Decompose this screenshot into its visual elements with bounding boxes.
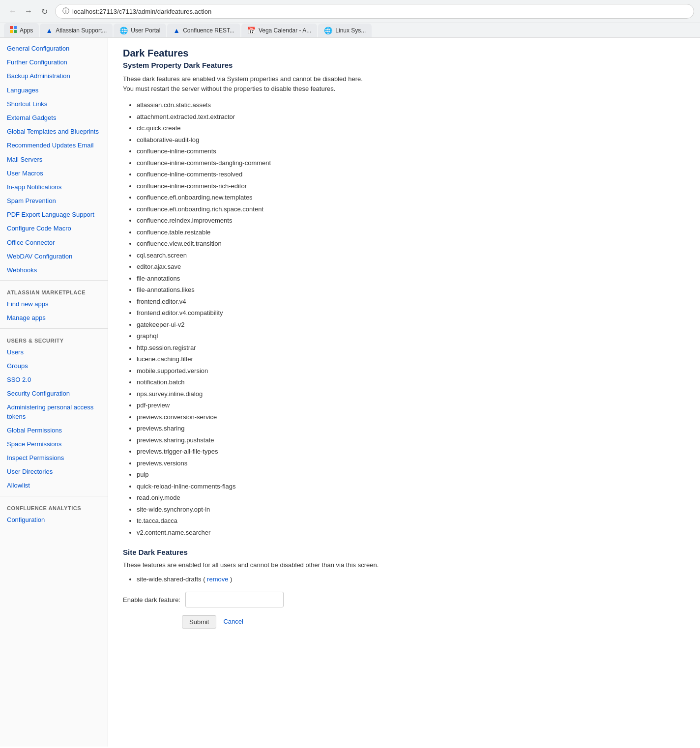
list-item: confluence.efi.onboarding.rich.space.con… — [137, 203, 685, 215]
browser-chrome: ← → ↻ ⓘ localhost:27113/c7113/admin/dark… — [0, 0, 700, 23]
list-item: confluence-inline-comments — [137, 145, 685, 157]
list-item: http.session.registrar — [137, 342, 685, 354]
sidebar-item-backup-administration[interactable]: Backup Administration — [0, 69, 108, 83]
page-title: Dark Features — [123, 48, 685, 59]
sidebar-item-manage-apps[interactable]: Manage apps — [0, 311, 108, 325]
security-icon: ⓘ — [62, 7, 69, 16]
list-item: confluence.efi.onboarding.new.templates — [137, 192, 685, 203]
tab-apps[interactable]: Apps — [4, 23, 39, 37]
calendar-icon: 📅 — [247, 27, 256, 34]
sidebar-item-global-permissions[interactable]: Global Permissions — [0, 424, 108, 437]
sidebar-divider-2 — [0, 328, 108, 329]
sidebar-item-groups[interactable]: Groups — [0, 359, 108, 373]
list-item: pdf-preview — [137, 400, 685, 411]
list-item: frontend.editor.v4.compatibility — [137, 307, 685, 319]
list-item: tc.tacca.dacca — [137, 515, 685, 527]
tab-linux[interactable]: 🌐 Linux Sys... — [318, 24, 372, 37]
sidebar-item-inapp-notifications[interactable]: In-app Notifications — [0, 180, 108, 194]
sidebar-item-configure-code-macro[interactable]: Configure Code Macro — [0, 222, 108, 235]
reload-button[interactable]: ↻ — [37, 4, 51, 18]
list-item: confluence-inline-comments-resolved — [137, 169, 685, 180]
sidebar-item-user-macros[interactable]: User Macros — [0, 167, 108, 180]
sidebar-item-personal-access-tokens[interactable]: Administering personal access tokens — [0, 401, 108, 423]
sidebar-item-shortcut-links[interactable]: Shortcut Links — [0, 97, 108, 111]
list-item: quick-reload-inline-comments-flags — [137, 481, 685, 492]
sidebar-item-recommended-updates[interactable]: Recommended Updates Email — [0, 139, 108, 152]
system-description: These dark features are enabled via Syst… — [123, 74, 685, 93]
tab-confluence-rest[interactable]: ▲ Confluence REST... — [167, 24, 240, 37]
list-item: confluence.table.resizable — [137, 227, 685, 238]
sidebar-item-further-configuration[interactable]: Further Configuration — [0, 56, 108, 69]
list-item: frontend.editor.v4 — [137, 296, 685, 308]
list-item: file-annotations.likes — [137, 284, 685, 296]
sidebar-item-analytics-configuration[interactable]: Configuration — [0, 513, 108, 527]
list-item: previews.sharing.pushstate — [137, 434, 685, 446]
list-item: confluence-inline-comments-rich-editor — [137, 180, 685, 192]
sidebar-item-users[interactable]: Users — [0, 345, 108, 359]
remove-link[interactable]: remove — [207, 575, 228, 583]
tab-confluence-rest-label: Confluence REST... — [183, 27, 234, 34]
linux-icon: 🌐 — [324, 27, 332, 34]
tab-vega-label: Vega Calendar - A... — [259, 27, 311, 34]
sidebar-item-languages[interactable]: Languages — [0, 84, 108, 97]
confluence-analytics-section-title: CONFLUENCE ANALYTICS — [0, 499, 108, 513]
atlassian-icon: ▲ — [46, 27, 53, 34]
list-item: clc.quick.create — [137, 122, 685, 134]
forward-button[interactable]: → — [22, 4, 35, 18]
enable-dark-feature-form: Enable dark feature: — [123, 592, 685, 607]
list-item: editor.ajax.save — [137, 261, 685, 273]
back-button[interactable]: ← — [6, 4, 20, 18]
list-item: read.only.mode — [137, 492, 685, 504]
cancel-button[interactable]: Cancel — [221, 615, 245, 629]
enable-dark-feature-input[interactable] — [185, 592, 284, 607]
apps-tab-icon — [10, 26, 17, 34]
sidebar-divider-1 — [0, 280, 108, 281]
list-item: file-annotations — [137, 273, 685, 285]
list-item: previews.versions — [137, 458, 685, 469]
system-desc-line1: These dark features are enabled via Syst… — [123, 75, 363, 83]
form-actions: Submit Cancel — [182, 615, 685, 629]
sidebar-item-allowlist[interactable]: Allowlist — [0, 479, 108, 492]
list-item: mobile.supported.version — [137, 365, 685, 377]
sidebar-item-general-configuration[interactable]: General Configuration — [0, 42, 108, 56]
sidebar-item-webhooks[interactable]: Webhooks — [0, 263, 108, 277]
sidebar-item-office-connector[interactable]: Office Connector — [0, 236, 108, 250]
content-area: Dark Features System Property Dark Featu… — [108, 38, 700, 747]
sidebar-item-sso[interactable]: SSO 2.0 — [0, 373, 108, 387]
list-item: v2.content.name.searcher — [137, 527, 685, 539]
tabs-bar: Apps ▲ Atlassian Support... 🌐 User Porta… — [0, 23, 700, 38]
system-property-subtitle: System Property Dark Features — [123, 61, 685, 69]
tab-linux-label: Linux Sys... — [335, 27, 366, 34]
enable-label: Enable dark feature: — [123, 596, 180, 604]
sidebar-item-webdav[interactable]: WebDAV Configuration — [0, 250, 108, 263]
sidebar-item-spam-prevention[interactable]: Spam Prevention — [0, 194, 108, 208]
main-layout: General Configuration Further Configurat… — [0, 38, 700, 747]
address-bar[interactable]: ⓘ localhost:27113/c7113/admin/darkfeatur… — [55, 4, 694, 19]
list-item: nps.survey.inline.dialog — [137, 388, 685, 400]
list-item: attachment.extracted.text.extractor — [137, 111, 685, 123]
url-text: localhost:27113/c7113/admin/darkfeatures… — [72, 8, 687, 15]
tab-apps-label: Apps — [20, 27, 33, 34]
sidebar-item-space-permissions[interactable]: Space Permissions — [0, 437, 108, 451]
system-features-list: atlassian.cdn.static.assets attachment.e… — [123, 99, 685, 538]
sidebar-item-security-configuration[interactable]: Security Configuration — [0, 387, 108, 401]
tab-user-portal[interactable]: 🌐 User Portal — [114, 24, 166, 37]
sidebar-item-global-templates[interactable]: Global Templates and Blueprints — [0, 125, 108, 139]
svg-rect-1 — [14, 26, 17, 29]
sidebar-item-external-gadgets[interactable]: External Gadgets — [0, 111, 108, 125]
sidebar-item-pdf-export[interactable]: PDF Export Language Support — [0, 208, 108, 222]
submit-button[interactable]: Submit — [182, 615, 216, 629]
list-item: confluence-inline-comments-dangling-comm… — [137, 157, 685, 169]
sidebar-item-mail-servers[interactable]: Mail Servers — [0, 153, 108, 167]
list-item: collaborative-audit-log — [137, 134, 685, 146]
tab-user-portal-label: User Portal — [131, 27, 160, 34]
site-features-list: site-wide.shared-drafts ( remove ) — [123, 575, 685, 584]
site-feature-paren-open: ( — [203, 575, 205, 583]
tab-atlassian[interactable]: ▲ Atlassian Support... — [40, 24, 113, 37]
sidebar-item-find-new-apps[interactable]: Find new apps — [0, 297, 108, 311]
sidebar-item-inspect-permissions[interactable]: Inspect Permissions — [0, 451, 108, 465]
sidebar: General Configuration Further Configurat… — [0, 38, 108, 747]
sidebar-item-user-directories[interactable]: User Directories — [0, 465, 108, 479]
tab-atlassian-label: Atlassian Support... — [56, 27, 107, 34]
tab-vega[interactable]: 📅 Vega Calendar - A... — [241, 24, 317, 37]
